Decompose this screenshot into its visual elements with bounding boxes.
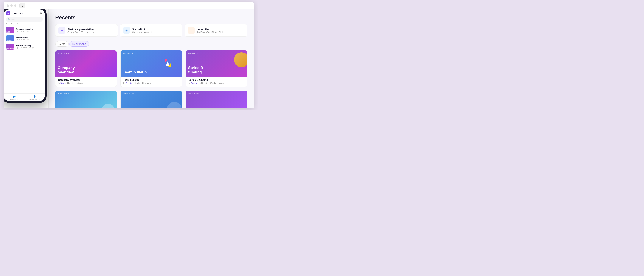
meta-link-3[interactable]: Company	[191, 82, 200, 84]
thumb-logo-5: SPACEW○RK	[123, 93, 134, 94]
phone-brand-logo: SW	[6, 11, 10, 15]
phone-search-placeholder: Search	[11, 18, 17, 20]
start-ai-text: Start with AI Create from a prompt	[132, 28, 152, 33]
import-text: Import file Add PowerPoint files to Pitc…	[197, 28, 223, 33]
presentation-info-3: Series B funding In Company · Updated 39…	[186, 77, 247, 87]
phone-thumb-label-1: Company overview	[6, 31, 14, 33]
thumbnail-company-overview: SPACEW○RK Companyoverview	[56, 51, 116, 77]
phone-thumb-label-2: Team bulletin	[6, 40, 12, 41]
shared-nav-label: Shared with me	[29, 98, 40, 100]
phone-item-info-3: Series B funding Updated 39 minutes ago	[16, 45, 34, 49]
phone-bottom-nav: 👥 Workspace 👤 Shared with me	[4, 93, 45, 101]
presentations-grid: SPACEW○RK Companyoverview Company overvi…	[55, 50, 247, 108]
phone-topbar: SW SpaceWork ▾ ⚙	[4, 9, 45, 17]
import-title: Import file	[197, 28, 223, 31]
thumb-logo-4: SPACEW○RK	[58, 93, 69, 94]
presentation-card-sales[interactable]: SPACEW○RK Sales Sales In Sales · Updated…	[120, 90, 182, 108]
presentation-info-1: Company overview In Sales · Updated just…	[56, 77, 116, 87]
phone-item-name-1: Company overview	[16, 28, 33, 30]
gear-decoration	[102, 104, 115, 108]
thumb-title-2: Team bulletin	[123, 70, 180, 74]
meta-link-2[interactable]: Bulletins	[126, 82, 134, 84]
phone-nav-shared[interactable]: 👤 Shared with me	[24, 95, 45, 100]
cursor-pink-icon	[163, 57, 168, 62]
phone-item-info-1: Company overview Updated just now	[16, 28, 33, 32]
main-content: Recents ＋ Start new presentation Choose …	[48, 9, 254, 108]
phone-item-name-2: Team bulletin	[16, 37, 29, 39]
coin-decoration	[234, 52, 247, 67]
thumb-title-1: Companyoverview	[58, 65, 114, 74]
page-title: Recents	[55, 15, 247, 21]
phone-search-input[interactable]: 🔍 Search	[6, 17, 42, 22]
phone-thumb-company-overview: Company overview	[6, 27, 14, 33]
presentation-info-2: Team bulletin In Bulletins · Updated jus…	[120, 77, 182, 87]
thumb-title-3: Series Bfunding	[188, 65, 245, 74]
presentation-card-team-bulletin[interactable]: SPACEW○RK Team bulletin Team bulletin In…	[120, 50, 182, 87]
presentation-card-series-b[interactable]: SPACEW○RK Series Bfunding Series B fundi…	[186, 50, 247, 87]
filter-tab-by-me[interactable]: By me	[55, 41, 68, 47]
start-ai-subtitle: Create from a prompt	[132, 31, 152, 33]
thumbnail-series-a: SPACEW○RK Series A	[56, 91, 116, 108]
thumb-logo-3: SPACEW○RK	[188, 52, 200, 54]
presentation-meta-3: In Company · Updated 39 minutes ago	[188, 82, 244, 84]
thumbnail-series-b: SPACEW○RK Series Bfunding	[186, 51, 247, 77]
action-cards-container: ＋ Start new presentation Choose from 100…	[55, 24, 247, 37]
phone-brand-name: SpaceWork	[12, 12, 23, 14]
new-presentation-subtitle: Choose from 100+ templates	[68, 31, 94, 33]
phone-thumb-series-b: Series B funding	[6, 44, 14, 50]
new-presentation-card[interactable]: ＋ Start new presentation Choose from 100…	[55, 24, 118, 37]
presentation-card-series-a[interactable]: SPACEW○RK Series A Series A In Sales · U…	[55, 90, 117, 108]
phone-settings-icon[interactable]: ⚙	[40, 12, 42, 15]
start-with-ai-card[interactable]: ✦ Start with AI Create from a prompt	[120, 24, 182, 37]
new-presentation-icon: ＋	[58, 27, 65, 34]
phone-list-item-team[interactable]: Team bulletin Team bulletin Updated just…	[4, 34, 45, 42]
phone-nav-workspace[interactable]: 👥 Workspace	[4, 95, 24, 100]
thumbnail-team-bulletin: SPACEW○RK Team bulletin	[120, 51, 182, 77]
import-subtitle: Add PowerPoint files to Pitch	[197, 31, 223, 33]
phone-search-icon: 🔍	[8, 18, 10, 20]
phone-list-item-company[interactable]: Company overview Company overview Update…	[4, 26, 45, 34]
browser-dot-2	[10, 5, 13, 7]
presentation-name-2: Team bulletin	[123, 79, 179, 81]
browser-dot-3	[14, 5, 16, 7]
browser-window: ⌂ SW SpaceWork ▾ 🔔 🔍 Search & commands	[4, 2, 254, 108]
shared-nav-icon: 👤	[33, 95, 36, 98]
presentation-card-company-overview[interactable]: SPACEW○RK Companyoverview Company overvi…	[55, 50, 117, 87]
filter-tab-by-everyone[interactable]: By everyone	[69, 41, 89, 47]
phone-thumb-label-3: Series B funding	[6, 48, 14, 49]
ai-icon: ✦	[123, 27, 130, 34]
browser-dot-1	[7, 5, 9, 7]
home-icon: ⌂	[22, 4, 23, 7]
browser-home-button[interactable]: ⌂	[20, 3, 26, 8]
app-content: SW SpaceWork ▾ 🔔 🔍 Search & commands Rec…	[4, 9, 254, 108]
thumbnail-quarterly: SPACEW○RK Quaterly	[186, 91, 247, 108]
browser-titlebar: ⌂	[4, 2, 254, 9]
phone-thumb-team-bulletin: Team bulletin	[6, 35, 14, 41]
thumb-logo-2: SPACEW○RK	[123, 52, 134, 54]
workspace-nav-label: Workspace	[10, 98, 18, 100]
phone-item-name-3: Series B funding	[16, 45, 34, 47]
thumb-logo-1: SPACEW○RK	[58, 52, 69, 54]
import-icon: ↓	[188, 27, 194, 34]
mobile-phone-overlay: SW SpaceWork ▾ ⚙ 🔍 Search Recently edite	[4, 9, 50, 107]
new-presentation-title: Start new presentation	[68, 28, 94, 31]
new-presentation-text: Start new presentation Choose from 100+ …	[68, 28, 94, 33]
phone-item-info-2: Team bulletin Updated just now	[16, 37, 29, 40]
phone-screen: SW SpaceWork ▾ ⚙ 🔍 Search Recently edite	[4, 9, 45, 101]
phone-brand-initials: SW	[7, 13, 9, 14]
filter-tabs: By me By everyone	[55, 41, 247, 47]
start-ai-title: Start with AI	[132, 28, 152, 31]
phone-brand-chevron-icon: ▾	[24, 13, 25, 14]
phone-list: Company overview Company overview Update…	[4, 26, 45, 93]
meta-link-1[interactable]: Sales	[60, 82, 66, 84]
cursors-decoration	[166, 61, 170, 66]
import-file-card[interactable]: ↓ Import file Add PowerPoint files to Pi…	[185, 24, 247, 37]
phone-brand[interactable]: SW SpaceWork ▾	[6, 11, 25, 15]
phone-item-time-2: Updated just now	[16, 39, 29, 40]
phone-item-time-1: Updated just now	[16, 30, 33, 32]
phone-list-item-seriesb[interactable]: Series B funding Series B funding Update…	[4, 42, 45, 51]
headphones-decoration	[167, 102, 182, 108]
presentation-card-quarterly[interactable]: SPACEW○RK Quaterly Quarterly In Company …	[186, 90, 247, 108]
thumbnail-sales: SPACEW○RK Sales	[120, 91, 182, 108]
workspace-nav-icon: 👥	[12, 95, 16, 98]
